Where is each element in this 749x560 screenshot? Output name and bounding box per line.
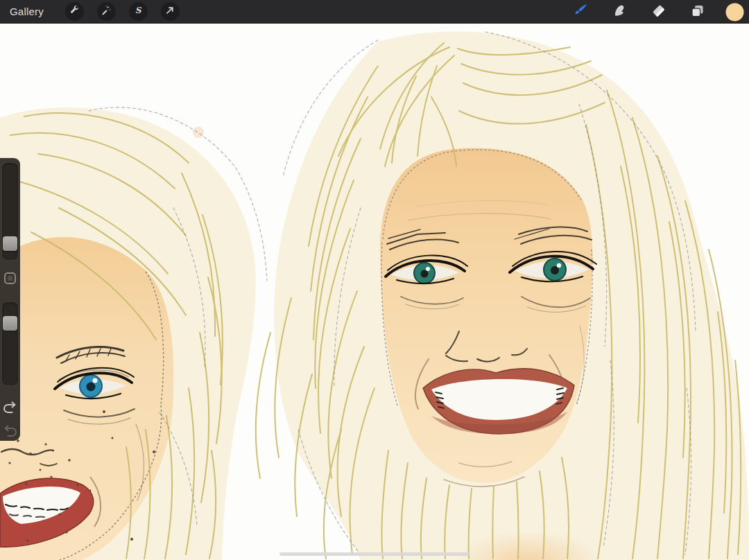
home-indicator[interactable] — [279, 552, 470, 556]
app-window: Gallery S — [0, 0, 749, 560]
sidebar — [0, 158, 20, 441]
color-swatch-button[interactable] — [725, 3, 744, 21]
stray-smudge — [193, 127, 204, 138]
brush-icon — [572, 2, 589, 21]
transform-arrow-icon — [164, 5, 175, 19]
adjustments-button[interactable] — [97, 2, 116, 21]
layers-icon — [689, 3, 705, 21]
smudge-icon — [612, 3, 628, 21]
svg-text:S: S — [135, 6, 142, 15]
active-color-circle — [726, 3, 744, 21]
selection-button[interactable]: S — [129, 2, 148, 21]
modify-button[interactable] — [4, 272, 16, 284]
transform-button[interactable] — [161, 2, 180, 21]
top-toolbar: Gallery S — [0, 0, 749, 24]
redo-icon — [2, 430, 18, 441]
right-girl-mouth — [423, 369, 574, 434]
opacity-slider[interactable] — [2, 302, 18, 385]
magic-wand-icon — [101, 5, 112, 19]
smudge-tool-button[interactable] — [609, 1, 630, 22]
opacity-handle[interactable] — [3, 316, 17, 331]
brush-size-handle[interactable] — [3, 236, 17, 251]
toolbar-right-group — [570, 0, 749, 24]
redo-button[interactable] — [2, 424, 18, 439]
paint-tool-button[interactable] — [570, 1, 591, 22]
gallery-button[interactable]: Gallery — [10, 6, 44, 17]
actions-button[interactable] — [65, 2, 84, 21]
layers-button[interactable] — [687, 1, 707, 22]
drawing-canvas[interactable] — [0, 24, 749, 560]
erase-tool-button[interactable] — [648, 1, 669, 22]
selection-s-icon: S — [132, 5, 144, 19]
undo-icon — [2, 406, 18, 418]
artwork-two-blonde-portraits — [0, 24, 749, 560]
wrench-icon — [69, 5, 80, 19]
undo-button[interactable] — [2, 401, 18, 416]
eraser-icon — [651, 3, 666, 21]
brush-size-slider[interactable] — [2, 163, 18, 260]
